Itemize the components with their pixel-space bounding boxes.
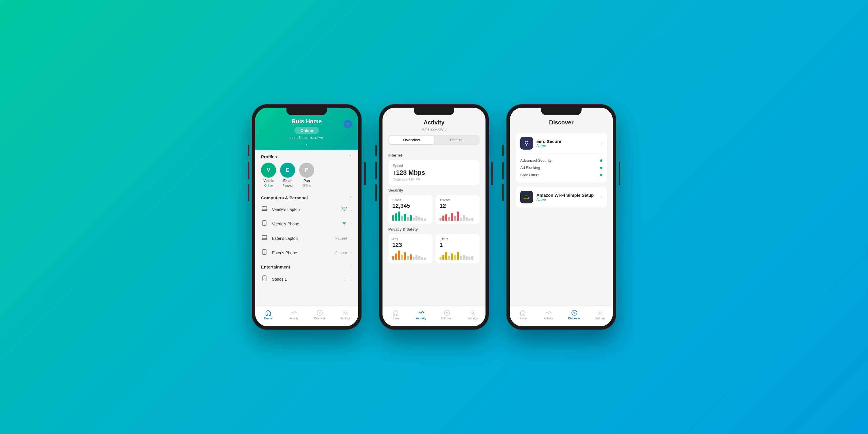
notch xyxy=(286,107,327,115)
device-name: Ester's Phone xyxy=(272,251,331,255)
paused-status: Paused xyxy=(335,251,347,255)
phone-home: Ruis Home Online eero Secure is active ⌄… xyxy=(252,104,362,330)
nav-activity[interactable]: Activity xyxy=(281,310,307,320)
entertainment-section-header: Entertainment ⌃ xyxy=(255,260,358,272)
nav-discover[interactable]: Discover xyxy=(561,310,587,320)
scans-value: 12,345 xyxy=(392,203,429,209)
profile-pan[interactable]: P Pan Offline xyxy=(299,163,314,187)
device-sonos[interactable]: Sonos 1 › xyxy=(255,272,358,287)
advanced-security-item: Advanced Security xyxy=(520,157,602,164)
amazon-name: Amazon Wi-Fi Simple Setup xyxy=(536,193,597,197)
paused-status: Paused xyxy=(335,237,347,241)
wifi-icon xyxy=(342,207,347,212)
profiles-row: V Veerle Online E Ester Paused P Pan Off… xyxy=(255,161,358,191)
advanced-security-dot xyxy=(600,159,602,162)
ad-blocking-label: Ad Blocking xyxy=(520,165,540,170)
computers-collapse-icon[interactable]: ⌃ xyxy=(349,195,352,200)
device-veerles-phone[interactable]: Veerle's Phone › xyxy=(255,216,358,231)
laptop-icon xyxy=(261,206,268,212)
nav-discover[interactable]: Discover xyxy=(434,310,460,320)
device-name: Veerle's Laptop xyxy=(272,207,338,212)
nav-discover[interactable]: Discover xyxy=(307,310,333,320)
safe-filters-label: Safe Filters xyxy=(520,173,539,177)
tab-timeline[interactable]: Timeline xyxy=(434,136,479,144)
profile-ester[interactable]: E Ester Paused xyxy=(280,163,295,187)
chevron-down-icon: ⌄ xyxy=(261,141,352,146)
nav-settings[interactable]: Settings xyxy=(333,310,358,320)
amazon-service-item[interactable]: Amazon Wi-Fi Simple Setup Active › xyxy=(520,191,602,204)
tab-overview[interactable]: Overview xyxy=(389,136,434,144)
home-content: Profiles ⌃ V Veerle Online E Ester Pause… xyxy=(255,150,358,306)
svg-point-14 xyxy=(444,310,450,315)
svg-point-9 xyxy=(264,279,265,280)
chevron-right-icon: › xyxy=(601,141,602,146)
scans-bars xyxy=(392,212,429,221)
ad-blocking-item: Ad Blocking xyxy=(520,164,602,171)
svg-point-7 xyxy=(264,254,265,254)
activity-title: Activity xyxy=(388,119,480,126)
nav-home[interactable]: Home xyxy=(382,310,408,320)
nav-activity[interactable]: Activity xyxy=(535,310,561,320)
nav-discover-label: Discover xyxy=(441,317,453,320)
discover-title: Discover xyxy=(516,119,607,126)
phones-container: Ruis Home Online eero Secure is active ⌄… xyxy=(252,104,616,330)
privacy-section-label: Privacy & Safety xyxy=(388,227,480,231)
eero-secure-info: eero Secure Active xyxy=(536,139,597,148)
profiles-title: Profiles xyxy=(261,154,277,159)
nav-settings-label: Settings xyxy=(595,317,605,320)
eero-secure-details: Advanced Security Ad Blocking Safe Filte… xyxy=(520,153,602,179)
speed-time: Yesterday, 4:04 PM xyxy=(393,178,475,181)
speed-value: ↓123 Mbps xyxy=(393,169,475,177)
entertainment-collapse-icon[interactable]: ⌃ xyxy=(349,265,352,269)
avatar-pan: P xyxy=(299,163,314,178)
activity-content: Internet Speed ↓123 Mbps Yesterday, 4:04… xyxy=(382,149,486,306)
internet-section-label: Internet xyxy=(388,153,480,157)
phone-activity: Activity June 27–July 3 Overview Timelin… xyxy=(379,104,489,330)
chevron-right-icon: › xyxy=(601,194,602,199)
computers-section-header: Computers & Personal ⌃ xyxy=(255,191,358,203)
svg-rect-0 xyxy=(262,207,267,210)
nav-settings[interactable]: Settings xyxy=(460,310,486,320)
eero-secure-icon xyxy=(520,137,533,150)
svg-point-11 xyxy=(317,310,322,315)
threats-label: Threats xyxy=(439,198,476,202)
device-esters-laptop[interactable]: Ester's Laptop Paused › xyxy=(255,231,358,245)
chevron-right-icon: › xyxy=(351,207,352,212)
bottom-nav-activity: Home Activity Discover Settings xyxy=(382,306,486,327)
nav-home[interactable]: Home xyxy=(255,310,281,320)
nav-home-label: Home xyxy=(392,317,399,320)
device-esters-phone[interactable]: Ester's Phone Paused › xyxy=(255,245,358,260)
down-arrow-icon: ↓ xyxy=(393,169,396,176)
nav-activity-label: Activity xyxy=(544,317,553,320)
add-button[interactable]: + xyxy=(344,120,352,128)
chevron-right-icon: › xyxy=(351,236,352,241)
profiles-collapse-icon[interactable]: ⌃ xyxy=(349,155,352,159)
filters-bars xyxy=(439,251,476,260)
amazon-card: Amazon Wi-Fi Simple Setup Active › xyxy=(516,187,607,208)
safe-filters-item: Safe Filters xyxy=(520,171,602,179)
ads-value: 123 xyxy=(392,242,429,248)
nav-discover-label: Discover xyxy=(568,317,580,320)
amazon-icon xyxy=(520,191,533,204)
device-name: Sonos 1 xyxy=(272,277,338,281)
speed-card: Speed ↓123 Mbps Yesterday, 4:04 PM xyxy=(388,160,480,185)
notch xyxy=(414,107,454,115)
svg-rect-4 xyxy=(262,236,267,239)
filters-value: 1 xyxy=(439,242,476,248)
safe-filters-dot xyxy=(600,174,602,176)
filters-label: Filters xyxy=(439,237,476,241)
nav-activity[interactable]: Activity xyxy=(408,310,434,320)
profile-veerle[interactable]: V Veerle Online xyxy=(261,163,276,187)
amazon-info: Amazon Wi-Fi Simple Setup Active xyxy=(536,193,597,202)
nav-settings[interactable]: Settings xyxy=(587,310,613,320)
device-veerles-laptop[interactable]: Veerle's Laptop › xyxy=(255,203,358,216)
online-badge: Online xyxy=(294,127,319,134)
filters-card: Filters 1 xyxy=(435,234,480,263)
nav-home[interactable]: Home xyxy=(510,310,535,320)
threats-value: 12 xyxy=(439,203,476,209)
computers-title: Computers & Personal xyxy=(261,195,308,200)
eero-secure-service-item[interactable]: eero Secure Active › xyxy=(520,137,602,150)
eero-secure-status: Active xyxy=(536,144,597,148)
tab-switcher: Overview Timeline xyxy=(388,135,480,145)
privacy-stats-grid: Ads 123 xyxy=(388,234,480,263)
